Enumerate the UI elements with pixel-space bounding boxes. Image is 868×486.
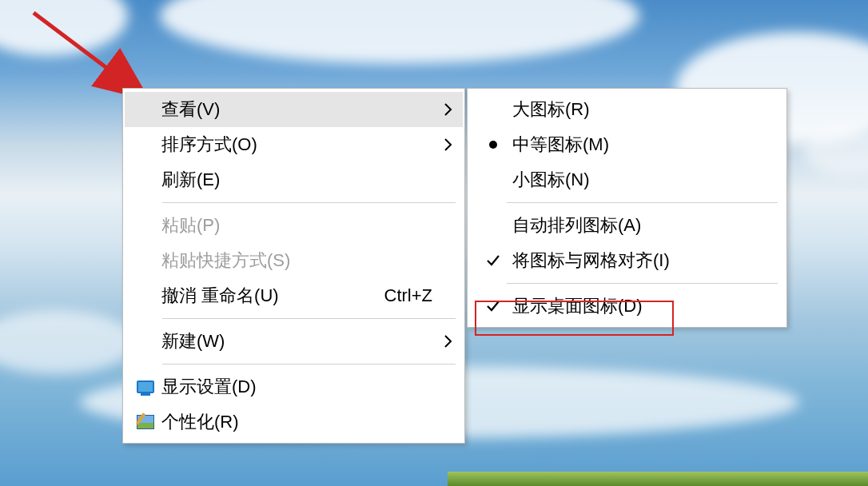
- menu-label: 个性化(R): [161, 413, 440, 431]
- cloud-decoration: [0, 0, 128, 56]
- menu-label: 粘贴快捷方式(S): [161, 252, 440, 269]
- menu-item-refresh[interactable]: 刷新(E): [125, 162, 463, 197]
- submenu-item-align-grid[interactable]: 将图标与网格对齐(I): [469, 243, 785, 278]
- bullet-icon: [474, 141, 512, 149]
- menu-label: 将图标与网格对齐(I): [512, 252, 778, 269]
- grass-decoration: [448, 472, 868, 486]
- menu-item-undo-rename[interactable]: 撤消 重命名(U) Ctrl+Z: [125, 278, 463, 313]
- checkmark-icon: [474, 254, 512, 267]
- view-submenu: 大图标(R) 中等图标(M) 小图标(N) 自动排列图标(A) 将图标与网格对齐…: [467, 88, 787, 328]
- menu-item-new[interactable]: 新建(W): [125, 324, 463, 359]
- chevron-right-icon: [440, 335, 456, 348]
- menu-label: 自动排列图标(A): [512, 217, 778, 234]
- menu-label: 显示设置(D): [161, 378, 440, 396]
- menu-label: 撤消 重命名(U): [161, 287, 384, 305]
- menu-separator: [162, 202, 456, 203]
- menu-label: 新建(W): [161, 333, 440, 350]
- menu-item-sort[interactable]: 排序方式(O): [125, 127, 463, 162]
- menu-label: 粘贴(P): [161, 217, 440, 234]
- menu-label: 中等图标(M): [512, 136, 778, 153]
- menu-item-paste: 粘贴(P): [125, 208, 463, 243]
- menu-separator: [162, 364, 456, 364]
- menu-label: 查看(V): [161, 101, 440, 118]
- menu-item-paste-shortcut: 粘贴快捷方式(S): [125, 243, 463, 278]
- menu-separator: [162, 318, 456, 319]
- annotation-highlight-box: [475, 301, 674, 336]
- menu-item-display-settings[interactable]: 显示设置(D): [125, 369, 463, 404]
- submenu-item-small-icons[interactable]: 小图标(N): [469, 162, 785, 197]
- menu-label: 刷新(E): [161, 171, 440, 189]
- menu-separator: [507, 202, 778, 203]
- chevron-right-icon: [440, 103, 456, 116]
- menu-label: 大图标(R): [512, 101, 778, 118]
- display-icon: [129, 380, 161, 393]
- menu-item-personalize[interactable]: 个性化(R): [125, 404, 463, 440]
- desktop-context-menu: 查看(V) 排序方式(O) 刷新(E) 粘贴(P) 粘贴快捷方式(S) 撤消 重…: [122, 88, 465, 444]
- menu-accelerator: Ctrl+Z: [384, 287, 441, 305]
- menu-label: 小图标(N): [512, 171, 778, 189]
- chevron-right-icon: [440, 138, 456, 151]
- menu-item-view[interactable]: 查看(V): [125, 92, 463, 127]
- submenu-item-large-icons[interactable]: 大图标(R): [469, 92, 785, 127]
- cloud-decoration: [0, 310, 136, 374]
- submenu-item-medium-icons[interactable]: 中等图标(M): [469, 127, 785, 162]
- cloud-decoration: [160, 0, 639, 64]
- personalize-icon: [129, 415, 161, 429]
- submenu-item-auto-arrange[interactable]: 自动排列图标(A): [469, 208, 785, 243]
- menu-label: 排序方式(O): [161, 136, 440, 153]
- menu-separator: [507, 283, 778, 284]
